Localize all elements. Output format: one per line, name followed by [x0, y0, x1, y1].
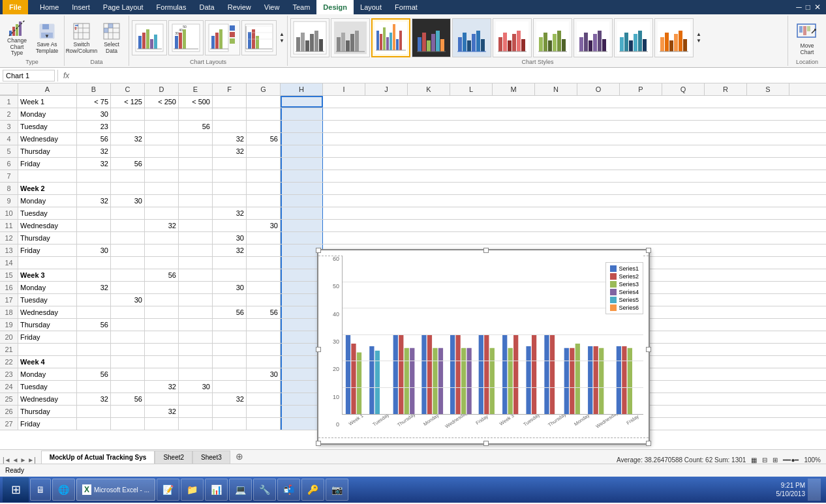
taskbar-app-9[interactable]: 🔑 [301, 479, 324, 501]
menu-design[interactable]: Design [316, 0, 354, 14]
ribbon-group-chart-styles: ▲ ▼ Chart Styles [288, 16, 788, 66]
svg-rect-29 [179, 33, 182, 49]
resize-handle-tr[interactable] [646, 248, 651, 253]
switch-row-col-button[interactable]: Switch Row/Column [67, 18, 96, 58]
menu-page-layout[interactable]: Page Layout [97, 3, 150, 11]
move-chart-button[interactable]: Move Chart [791, 18, 823, 58]
svg-rect-87 [463, 33, 467, 52]
col-header-q[interactable]: Q [662, 83, 705, 95]
col-header-m[interactable]: M [493, 83, 535, 95]
taskbar-app-4[interactable]: 📁 [181, 479, 204, 501]
sheet-nav-first[interactable]: |◄ [3, 456, 11, 464]
menu-data[interactable]: Data [192, 3, 221, 11]
select-data-button[interactable]: Select Data [97, 18, 126, 58]
taskbar-app-10[interactable]: 📷 [326, 479, 348, 501]
chart-style-7[interactable] [533, 18, 572, 57]
chart-style-10[interactable] [654, 18, 694, 57]
col-header-p[interactable]: P [620, 83, 662, 95]
chart-style-6[interactable] [493, 18, 532, 57]
taskbar-app-1[interactable]: 🖥 [30, 479, 51, 501]
col-header-l[interactable]: L [450, 83, 493, 95]
chart-layout-2[interactable]: 30 40 50 [168, 20, 204, 55]
svg-rect-2 [16, 24, 18, 36]
page-layout-view-icon[interactable]: ⊟ [762, 456, 767, 464]
chart-style-1[interactable] [290, 18, 329, 57]
menu-layout[interactable]: Layout [354, 3, 388, 11]
maximize-icon[interactable]: □ [806, 3, 810, 12]
svg-rect-136 [807, 26, 810, 31]
resize-handle-ml[interactable] [316, 347, 321, 352]
menu-formulas[interactable]: Formulas [150, 3, 193, 11]
taskbar-app-2[interactable]: 🌐 [52, 479, 75, 501]
taskbar-app-3[interactable]: 📝 [157, 479, 179, 501]
chart-overlay[interactable]: 0 10 20 30 40 50 60 [317, 249, 650, 445]
menu-view[interactable]: View [258, 3, 286, 11]
resize-handle-mr[interactable] [646, 347, 651, 352]
minimize-icon[interactable]: ─ [796, 3, 802, 12]
taskbar-app-7[interactable]: 🔧 [253, 479, 276, 501]
save-as-template-button[interactable]: ▼ Save As Template [33, 18, 61, 58]
formula-input[interactable] [74, 72, 823, 80]
col-header-f[interactable]: F [213, 83, 247, 95]
menu-format[interactable]: Format [388, 3, 424, 11]
resize-handle-tm[interactable] [483, 248, 489, 253]
taskbar-app-5[interactable]: 📊 [205, 479, 228, 501]
menu-home[interactable]: Home [33, 3, 65, 11]
chart-style-9[interactable] [614, 18, 653, 57]
resize-handle-tl[interactable] [316, 248, 321, 253]
menu-team[interactable]: Team [286, 3, 316, 11]
col-header-i[interactable]: I [323, 83, 365, 95]
col-header-o[interactable]: O [577, 83, 620, 95]
zoom-slider[interactable]: ━━●━ [783, 456, 799, 464]
sheet-tab-2[interactable]: Sheet2 [155, 451, 192, 464]
resize-handle-br[interactable] [646, 441, 651, 446]
resize-handle-bl[interactable] [316, 441, 321, 446]
chart-styles-scroll[interactable]: ▲ ▼ [696, 31, 701, 44]
taskbar-app-8[interactable]: 📬 [277, 479, 300, 501]
cell-ref-input[interactable] [3, 70, 55, 82]
close-icon[interactable]: ✕ [814, 3, 821, 12]
col-header-a[interactable]: A [18, 83, 77, 95]
chart-style-8[interactable] [574, 18, 613, 57]
menu-insert[interactable]: Insert [65, 3, 97, 11]
sheet-nav-next[interactable]: ► [20, 456, 26, 464]
chart-style-3-active[interactable] [371, 18, 410, 57]
sheet-tab-1[interactable]: MockUp of Actual Tracking Sys [41, 451, 155, 464]
col-header-g[interactable]: G [247, 83, 281, 95]
svg-rect-70 [383, 27, 386, 50]
taskbar-app-excel[interactable]: X Microsoft Excel - ... [76, 479, 155, 501]
taskbar-app-6[interactable]: 💻 [229, 479, 252, 501]
col-header-b[interactable]: B [77, 83, 111, 95]
chart-layout-4[interactable] [241, 20, 277, 55]
sheet-tab-3[interactable]: Sheet3 [192, 451, 230, 464]
start-button[interactable]: ⊞ [3, 477, 29, 502]
col-header-s[interactable]: S [747, 83, 789, 95]
chart-layouts-scroll[interactable]: ▲ ▼ [279, 31, 284, 44]
chart-style-2[interactable] [331, 18, 370, 57]
col-header-h[interactable]: H [281, 83, 323, 95]
sheet-nav-prev[interactable]: ◄ [12, 456, 19, 464]
sheet-nav-last[interactable]: ►| [27, 456, 36, 464]
file-tab[interactable]: File [3, 0, 28, 14]
col-header-d[interactable]: D [145, 83, 179, 95]
col-header-r[interactable]: R [705, 83, 747, 95]
chart-layouts-label: Chart Layouts [132, 58, 284, 66]
resize-handle-bm[interactable] [483, 441, 489, 446]
change-chart-type-button[interactable]: Change Chart Type [3, 18, 31, 58]
svg-rect-128 [669, 40, 673, 52]
col-header-e[interactable]: E [179, 83, 213, 95]
svg-rect-97 [512, 34, 516, 52]
col-header-j[interactable]: J [365, 83, 408, 95]
add-sheet-button[interactable]: ⊕ [233, 449, 246, 464]
chart-style-4[interactable] [412, 18, 451, 57]
col-header-k[interactable]: K [408, 83, 450, 95]
menu-review[interactable]: Review [221, 3, 258, 11]
chart-layout-1[interactable] [132, 20, 167, 55]
col-header-c[interactable]: C [111, 83, 145, 95]
chart-style-5[interactable] [452, 18, 491, 57]
col-header-n[interactable]: N [535, 83, 577, 95]
show-desktop-button[interactable] [808, 479, 821, 501]
page-break-view-icon[interactable]: ⊞ [772, 456, 778, 464]
normal-view-icon[interactable]: ▦ [751, 456, 757, 464]
chart-layout-3[interactable] [205, 20, 240, 55]
